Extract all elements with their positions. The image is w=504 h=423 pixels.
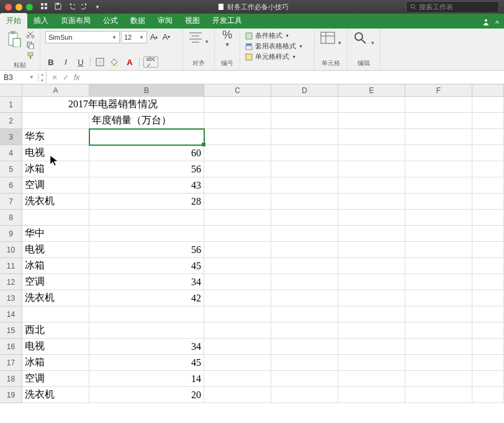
- collapse-ribbon-icon[interactable]: ^: [495, 19, 499, 28]
- fx-icon[interactable]: fx: [74, 73, 79, 82]
- row-header-4[interactable]: 4: [0, 145, 22, 161]
- cell-e2[interactable]: [338, 113, 405, 129]
- cell-e15[interactable]: [338, 323, 405, 339]
- cell-g15[interactable]: [472, 323, 504, 339]
- col-header-g[interactable]: [472, 84, 504, 97]
- cell-d7[interactable]: [271, 194, 338, 210]
- cell-b15[interactable]: [89, 323, 204, 339]
- cell-e18[interactable]: [338, 371, 405, 387]
- cell-d1[interactable]: [271, 97, 338, 113]
- cell-f8[interactable]: [405, 210, 472, 226]
- cell-g9[interactable]: [472, 226, 504, 242]
- row-header-8[interactable]: 8: [0, 210, 22, 226]
- col-header-f[interactable]: F: [405, 84, 472, 97]
- row-header-2[interactable]: 2: [0, 113, 22, 129]
- cell-c18[interactable]: [204, 371, 271, 387]
- tab-home[interactable]: 开始: [0, 13, 27, 29]
- cell-g13[interactable]: [472, 290, 504, 306]
- cell-d9[interactable]: [271, 226, 338, 242]
- cell-g10[interactable]: [472, 242, 504, 258]
- cell-g16[interactable]: [472, 339, 504, 355]
- copy-icon[interactable]: [26, 42, 35, 50]
- cell-b18[interactable]: 14: [89, 371, 204, 387]
- cell-c12[interactable]: [204, 274, 271, 290]
- redo-icon[interactable]: [81, 2, 89, 11]
- border-button[interactable]: [94, 56, 106, 68]
- cell-d17[interactable]: [271, 355, 338, 371]
- tab-insert[interactable]: 插入: [27, 13, 55, 29]
- row-header-6[interactable]: 6: [0, 177, 22, 194]
- cell-a5[interactable]: 冰箱: [22, 161, 89, 177]
- col-header-e[interactable]: E: [338, 84, 405, 97]
- cell-f7[interactable]: [405, 194, 472, 210]
- cell-e7[interactable]: [338, 194, 405, 210]
- cell-e8[interactable]: [338, 210, 405, 226]
- cell-c19[interactable]: [204, 387, 271, 403]
- maximize-window-button[interactable]: [26, 4, 33, 11]
- cell-b8[interactable]: [89, 210, 204, 226]
- cell-a10[interactable]: 电视: [22, 242, 89, 258]
- minimize-window-button[interactable]: [16, 4, 22, 11]
- cell-d3[interactable]: [271, 129, 338, 145]
- cell-c2[interactable]: [204, 113, 271, 129]
- fill-color-button[interactable]: [109, 56, 120, 68]
- number-format-button[interactable]: %▼: [220, 31, 235, 45]
- cell-e16[interactable]: [338, 339, 405, 355]
- cell-f16[interactable]: [405, 339, 472, 355]
- cell-b10[interactable]: 56: [89, 242, 204, 258]
- cell-f14[interactable]: [405, 306, 472, 323]
- home-icon[interactable]: [40, 2, 48, 11]
- cell-c5[interactable]: [204, 161, 271, 177]
- cell-e9[interactable]: [338, 226, 405, 242]
- cell-g19[interactable]: [472, 387, 504, 403]
- cell-e1[interactable]: [338, 97, 405, 113]
- cell-f5[interactable]: [405, 161, 472, 177]
- cell-f17[interactable]: [405, 355, 472, 371]
- cell-f10[interactable]: [405, 242, 472, 258]
- cell-a8[interactable]: [22, 210, 89, 226]
- cell-b12[interactable]: 34: [89, 274, 204, 290]
- cell-d2[interactable]: [271, 113, 338, 129]
- qat-dropdown-icon[interactable]: ▼: [95, 4, 100, 10]
- cell-e14[interactable]: [338, 306, 405, 323]
- conditional-format-button[interactable]: 条件格式▼: [245, 31, 309, 40]
- col-header-a[interactable]: A: [22, 84, 89, 97]
- row-header-9[interactable]: 9: [0, 226, 22, 242]
- cell-a12[interactable]: 空调: [22, 274, 89, 290]
- cell-g4[interactable]: [472, 145, 504, 161]
- cell-b6[interactable]: 43: [89, 177, 204, 194]
- cells-button[interactable]: ▼: [320, 31, 342, 46]
- paste-button[interactable]: [5, 31, 24, 61]
- cell-e11[interactable]: [338, 258, 405, 274]
- cell-d11[interactable]: [271, 258, 338, 274]
- cell-e19[interactable]: [338, 387, 405, 403]
- cell-g6[interactable]: [472, 177, 504, 194]
- cell-c9[interactable]: [204, 226, 271, 242]
- cell-d19[interactable]: [271, 387, 338, 403]
- cell-b2[interactable]: 年度销量（万台）: [89, 113, 204, 129]
- cell-b9[interactable]: [89, 226, 204, 242]
- cell-e13[interactable]: [338, 290, 405, 306]
- cell-a17[interactable]: 冰箱: [22, 355, 89, 371]
- cell-a18[interactable]: 空调: [22, 371, 89, 387]
- table-format-button[interactable]: 套用表格格式▼: [245, 42, 309, 51]
- cancel-formula-icon[interactable]: ✕: [52, 73, 58, 82]
- align-icon[interactable]: ▼: [188, 31, 209, 45]
- cell-b17[interactable]: 45: [89, 355, 204, 371]
- cell-f15[interactable]: [405, 323, 472, 339]
- tab-developer[interactable]: 开发工具: [206, 13, 248, 29]
- cell-e5[interactable]: [338, 161, 405, 177]
- row-header-18[interactable]: 18: [0, 371, 22, 387]
- row-header-13[interactable]: 13: [0, 290, 22, 306]
- cell-g2[interactable]: [472, 113, 504, 129]
- name-box-stepper[interactable]: ▲▼: [38, 71, 47, 84]
- cell-f4[interactable]: [405, 145, 472, 161]
- save-icon[interactable]: [54, 2, 61, 11]
- cell-c4[interactable]: [204, 145, 271, 161]
- cell-a13[interactable]: 洗衣机: [22, 290, 89, 306]
- cell-f3[interactable]: [405, 129, 472, 145]
- cell-c7[interactable]: [204, 194, 271, 210]
- cell-b16[interactable]: 34: [89, 339, 204, 355]
- cell-b19[interactable]: 20: [89, 387, 204, 403]
- cell-c3[interactable]: [204, 129, 271, 145]
